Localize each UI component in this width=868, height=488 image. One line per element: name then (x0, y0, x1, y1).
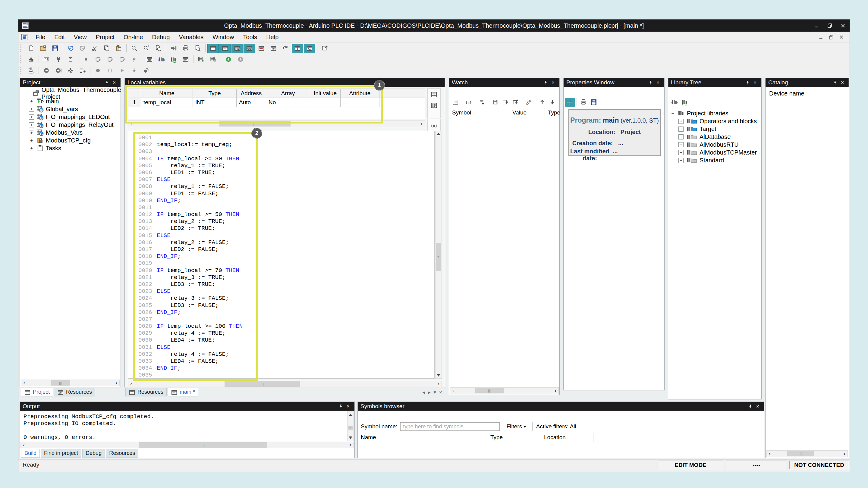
expand-icon[interactable]: + (29, 130, 34, 135)
library-item-root[interactable]: −Project libraries (670, 109, 760, 117)
scroll-left-icon[interactable]: ‹ (128, 121, 134, 127)
editor-tab-main[interactable]: main * (167, 388, 198, 396)
save-properties-button[interactable] (589, 98, 599, 107)
code-text[interactable] (154, 134, 160, 141)
undo-button[interactable] (65, 44, 76, 53)
scroll-right-icon[interactable]: › (553, 388, 558, 394)
watch-list-button[interactable] (450, 98, 461, 107)
expand-icon[interactable]: + (29, 138, 34, 143)
expand-icon[interactable]: + (29, 99, 34, 104)
code-text[interactable] (154, 260, 160, 267)
library-import-button[interactable] (670, 98, 680, 107)
expand-icon[interactable]: + (678, 119, 684, 124)
save-watch-list-button[interactable] (490, 98, 500, 107)
scroll-track[interactable]: ||| (27, 442, 347, 448)
code-text[interactable]: LED1 := FALSE; (154, 190, 222, 197)
library-item-almodbustcpmaster[interactable]: +AlModbusTCPMaster (670, 149, 760, 156)
find-next-button[interactable] (141, 44, 152, 53)
panel-tab-project[interactable]: Project (21, 388, 53, 396)
menu-tools[interactable]: Tools (239, 32, 261, 42)
text-editor-toolwindow-button[interactable] (292, 44, 303, 53)
cut-button[interactable] (89, 44, 100, 53)
library-item-target[interactable]: +Target (670, 125, 760, 133)
symbols-column-name[interactable]: Name (358, 432, 487, 442)
code-text[interactable]: relay_4 := FALSE; (154, 351, 232, 358)
remove-trigger-button[interactable] (104, 66, 116, 75)
code-text[interactable]: relay_4 := TRUE; (154, 330, 229, 337)
expand-icon[interactable]: + (29, 115, 34, 120)
editor-vscrollbar[interactable]: ≡ (435, 131, 442, 379)
pin-icon[interactable] (747, 403, 754, 410)
scroll-right-icon[interactable]: › (347, 442, 353, 448)
save-project-button[interactable] (50, 44, 61, 53)
code-line[interactable]: 0022 LED3 := TRUE; (136, 281, 246, 288)
expand-icon[interactable]: + (678, 158, 684, 163)
connect-device-button[interactable] (53, 55, 64, 64)
menu-file[interactable]: File (31, 32, 50, 42)
attribute-cell[interactable]: .. (341, 98, 379, 107)
code-line[interactable]: 0027 (136, 316, 246, 323)
tree-item-main[interactable]: +Pmain (22, 97, 119, 105)
symbols-column-location[interactable]: Location (541, 432, 593, 442)
tree-item-project-root[interactable]: ····Opta_Modbus_Thermocouple Project (22, 90, 119, 97)
code-line[interactable]: 0004IF temp_local >= 30 THEN (136, 156, 246, 162)
code-line[interactable]: 0035 (136, 372, 246, 379)
code-text[interactable]: ELSE (154, 288, 174, 295)
simulation-device-button[interactable] (65, 55, 76, 64)
code-text[interactable]: IF temp_local >= 70 THEN (154, 267, 243, 274)
code-text[interactable] (154, 316, 160, 323)
debug-settings-button[interactable] (65, 66, 76, 75)
run-trigger-button[interactable] (116, 66, 128, 75)
code-text[interactable]: END_IF; (154, 197, 184, 204)
device-connection-settings-button[interactable] (41, 55, 52, 64)
halt-button[interactable] (80, 55, 92, 64)
print-preview-button[interactable] (192, 44, 204, 53)
menu-view[interactable]: View (69, 32, 91, 42)
oscilloscope-toolwindow-button[interactable] (255, 44, 267, 53)
insert-trigger-button[interactable] (92, 66, 104, 75)
memory-layout-button[interactable] (180, 55, 191, 64)
code-line[interactable]: 0002temp_local:= temp_reg; (136, 141, 246, 148)
add-to-watch-button[interactable] (77, 66, 88, 75)
navigate-back-button[interactable] (223, 55, 234, 64)
close-button[interactable] (836, 20, 849, 32)
download-code-button[interactable] (25, 55, 37, 64)
code-line[interactable]: 0029 relay_4 := TRUE; (136, 330, 246, 337)
scroll-right-icon[interactable]: › (113, 380, 119, 386)
code-line[interactable]: 0030 LED4 := TRUE; (136, 337, 246, 344)
pin-icon[interactable] (542, 79, 550, 86)
new-project-button[interactable] (25, 44, 37, 53)
stop-watch-button[interactable] (53, 66, 64, 75)
scroll-thumb[interactable]: ||| (786, 451, 814, 456)
paste-button[interactable] (113, 44, 124, 53)
code-text[interactable]: LED2 := TRUE; (154, 225, 218, 232)
scroll-track[interactable]: ||| (773, 451, 841, 457)
column-header-array[interactable]: Array (266, 89, 310, 98)
code-text[interactable]: LED1 := TRUE; (154, 169, 218, 176)
scroll-thumb[interactable]: ||| (224, 381, 300, 387)
scroll-track[interactable]: ||| (134, 381, 435, 387)
code-line[interactable]: 0010END_IF; (136, 197, 246, 204)
reset-layout-button[interactable] (280, 44, 291, 53)
watch-column-type[interactable]: Type (545, 108, 559, 117)
code-line[interactable]: 0028IF temp_local >= 100 THEN (136, 323, 246, 330)
code-text[interactable] (154, 372, 161, 379)
menu-window[interactable]: Window (208, 32, 239, 42)
code-line[interactable]: 0025 LED3 := FALSE; (136, 302, 246, 309)
tab-list-icon[interactable]: ▾ (434, 389, 436, 395)
single-step-trigger-button[interactable] (128, 66, 140, 75)
code-line[interactable]: 0012IF temp_local >= 50 THEN (136, 211, 246, 218)
toolbar-grip[interactable] (20, 56, 24, 63)
clear-watch-button[interactable] (524, 98, 534, 107)
code-text[interactable]: IF temp_local >= 30 THEN (154, 156, 243, 162)
compile-button[interactable] (92, 55, 104, 64)
library-toolwindow-button[interactable] (231, 44, 243, 53)
code-line[interactable]: 0005 relay_1 := TRUE; (136, 162, 246, 169)
scroll-right-icon[interactable]: › (435, 381, 441, 387)
print-button[interactable] (180, 44, 191, 53)
copy-button[interactable] (101, 44, 113, 53)
minimize-button[interactable] (810, 20, 823, 32)
move-down-button[interactable] (547, 98, 558, 107)
expand-icon[interactable]: + (678, 150, 684, 155)
init-value-cell[interactable] (310, 98, 341, 107)
